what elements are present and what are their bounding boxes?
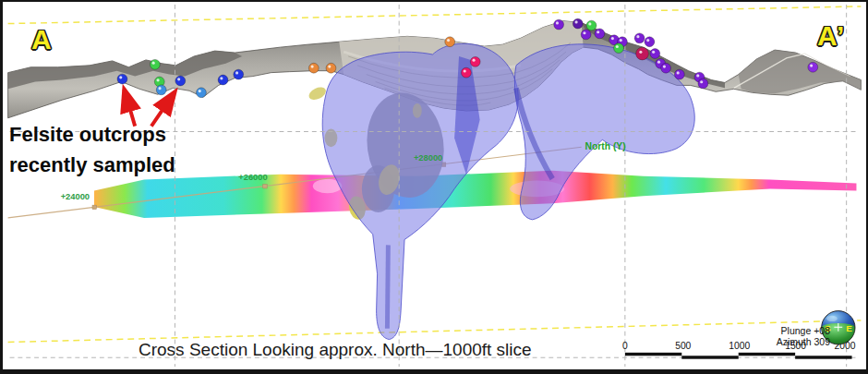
sample-point[interactable] — [674, 69, 684, 79]
geophysics-slice — [94, 171, 856, 218]
annotation-arrows — [124, 89, 175, 126]
annotation-arrow — [151, 91, 175, 126]
sample-point[interactable] — [661, 63, 671, 73]
sample-point[interactable] — [197, 88, 207, 98]
cross-section-viewport[interactable]: +24000 +26000 +28000 North (Y) 050010001… — [0, 0, 868, 374]
sample-point[interactable] — [645, 37, 655, 47]
sample-point[interactable] — [554, 19, 564, 30]
axis-tick-28000: +28000 — [414, 153, 442, 163]
sample-point[interactable] — [698, 78, 708, 89]
sample-point[interactable] — [586, 20, 597, 30]
annotation-text-line1: Felsite outcrops — [9, 123, 166, 147]
sample-point[interactable] — [595, 29, 605, 39]
sample-point[interactable] — [117, 74, 127, 84]
terrain-hill-face — [739, 50, 862, 93]
sample-point[interactable] — [470, 56, 480, 66]
grid-line-yellow-bottom — [8, 320, 862, 343]
scale-bar-label: 0 — [622, 341, 628, 351]
sample-point[interactable] — [308, 63, 319, 73]
scene-canvas[interactable]: +24000 +26000 +28000 North (Y) 050010001… — [3, 2, 866, 369]
sample-point[interactable] — [156, 85, 166, 95]
view-caption: Cross Section Looking approx. North—1000… — [139, 340, 532, 360]
sample-point[interactable] — [614, 43, 624, 54]
section-marker-a-prime: A’ — [817, 20, 845, 52]
annotation-arrow — [124, 89, 135, 126]
scale-bar-label: 500 — [675, 341, 691, 351]
section-marker-a: A — [31, 24, 53, 55]
sample-point[interactable] — [808, 62, 818, 72]
sample-point[interactable] — [581, 30, 591, 40]
sample-point[interactable] — [234, 69, 244, 79]
azimuth-value: Azimuth 309 — [738, 336, 830, 347]
axis-tick-26000: +26000 — [238, 173, 267, 182]
sample-point[interactable] — [175, 76, 186, 86]
sample-point[interactable] — [326, 63, 336, 73]
sample-point[interactable] — [634, 33, 645, 43]
sample-point[interactable] — [445, 37, 455, 47]
axis-tick-24000: +24000 — [61, 192, 90, 201]
compass-letter-east: E — [846, 323, 852, 333]
sample-point[interactable] — [150, 59, 160, 69]
north-axis-label: North (Y) — [585, 141, 626, 151]
sample-point[interactable] — [461, 67, 471, 78]
grid-line-yellow-top — [8, 6, 862, 24]
sample-point[interactable] — [650, 49, 660, 59]
sample-point[interactable] — [636, 47, 649, 60]
camera-readout: Plunge +08 Azimuth 309 — [738, 325, 830, 347]
sample-point[interactable] — [573, 18, 583, 29]
annotation-text-line2: recently sampled — [9, 153, 175, 177]
plunge-value: Plunge +08 — [738, 325, 830, 336]
sample-point[interactable] — [218, 75, 228, 85]
